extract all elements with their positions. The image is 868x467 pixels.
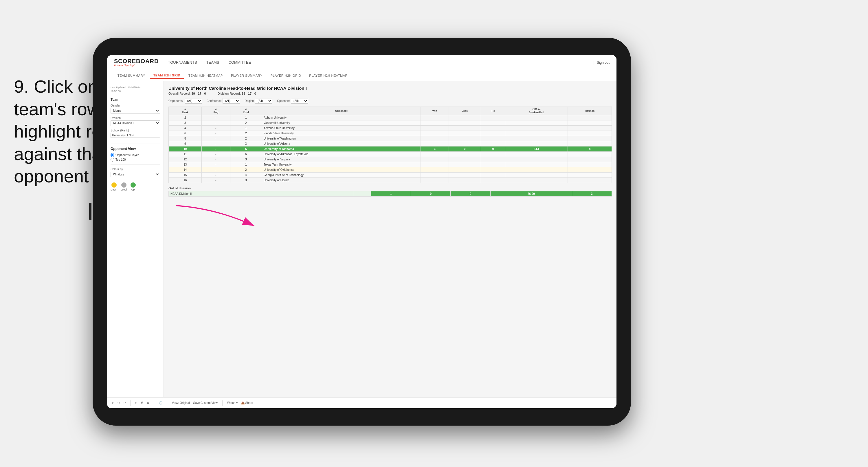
cell-3-8 (567, 131, 612, 136)
cell-4-7 (505, 136, 568, 141)
table-row[interactable]: 2-1Auburn University (169, 115, 612, 120)
cell-10-6 (481, 167, 505, 173)
toolbar-share[interactable]: 📤 Share (241, 401, 253, 405)
sub-nav-player-h2h-grid[interactable]: PLAYER H2H GRID (267, 73, 305, 79)
cell-4-5 (448, 136, 481, 141)
cell-9-7 (505, 162, 568, 167)
cell-3-2: 2 (230, 131, 261, 136)
table-row[interactable]: 12-3University of Virginia (169, 157, 612, 162)
cell-10-4 (421, 167, 448, 173)
cell-6-3: University of Alabama (262, 146, 421, 152)
filter-opponent-select[interactable]: (All) (291, 98, 308, 104)
cell-8-4 (421, 157, 448, 162)
cell-5-4 (421, 141, 448, 146)
sidebar-gender-label: Gender (111, 104, 160, 107)
cell-7-1: - (202, 152, 230, 157)
table-row[interactable]: 3-2Vanderbilt University (169, 120, 612, 126)
cell-6-7: 2.61 (505, 146, 568, 152)
sidebar: Last Updated: 27/03/2024 16:55:38 Team G… (107, 81, 164, 397)
cell-4-2: 2 (230, 136, 261, 141)
radio-top100[interactable]: Top 100 (111, 158, 160, 162)
cell-9-4 (421, 162, 448, 167)
sidebar-division-label: Division (111, 116, 160, 120)
sub-nav-player-summary[interactable]: PLAYER SUMMARY (227, 73, 266, 79)
cell-6-0: 10 (169, 146, 202, 152)
overall-record-label: Overall Record: 89 - 17 - 0 (168, 92, 206, 95)
cell-11-5 (448, 173, 481, 178)
toolbar-view-original[interactable]: View: Original (172, 401, 190, 405)
out-division-row[interactable]: NCAA Division II 1 0 0 26.00 3 (169, 192, 612, 197)
cell-11-0: 15 (169, 173, 202, 178)
sidebar-opponent-view-label: Opponent View (111, 147, 160, 151)
nav-teams[interactable]: TEAMS (206, 59, 219, 66)
table-row[interactable]: 13-1Texas Tech University (169, 162, 612, 167)
toolbar-save-custom[interactable]: Save Custom View (193, 401, 218, 405)
col-tie: Tie (481, 107, 505, 115)
toolbar-clock[interactable]: 🕐 (159, 401, 162, 405)
cell-1-3: Vanderbilt University (262, 120, 421, 126)
toolbar-redo[interactable]: ↪ (118, 401, 120, 405)
cell-11-4 (421, 173, 448, 178)
grid-area: University of North Carolina Head-to-Hea… (164, 81, 617, 397)
radio-opponents-played[interactable]: Opponents Played (111, 153, 160, 157)
sidebar-school-rank-label: School (Rank) (111, 129, 160, 132)
table-row[interactable]: 6-2Florida State University (169, 131, 612, 136)
cell-8-7 (505, 157, 568, 162)
logo-scoreboard: SCOREBOARD (114, 58, 159, 64)
toolbar-watch[interactable]: Watch ▾ (227, 401, 238, 405)
toolbar-sep4 (222, 401, 223, 406)
toolbar-undo[interactable]: ↩ (112, 401, 114, 405)
cell-5-2: 3 (230, 141, 261, 146)
cell-0-1: - (202, 115, 230, 120)
toolbar-paste[interactable]: ⌘ (141, 401, 143, 405)
cell-2-4 (421, 126, 448, 131)
sidebar-colour-by-select[interactable]: Win/loss (111, 172, 160, 177)
grid-records: Overall Record: 89 - 17 - 0 Division Rec… (168, 92, 612, 95)
filter-conference-select[interactable]: (All) (223, 98, 240, 104)
table-row[interactable]: 4-1Arizona State University (169, 126, 612, 131)
toolbar-settings[interactable]: ⚙ (147, 401, 149, 405)
table-row[interactable]: 14-2University of Oklahoma (169, 167, 612, 173)
cell-1-7 (505, 120, 568, 126)
cell-12-2: 3 (230, 178, 261, 183)
grid-title: University of North Carolina Head-to-Hea… (168, 86, 612, 91)
out-div-label: NCAA Division II (169, 192, 354, 197)
sub-nav-player-h2h-heatmap[interactable]: PLAYER H2H HEATMAP (306, 73, 351, 79)
cell-2-6 (481, 126, 505, 131)
table-row[interactable]: 10-5University of Alabama3002.618 (169, 146, 612, 152)
cell-3-6 (481, 131, 505, 136)
sidebar-school-input[interactable] (111, 133, 160, 138)
nav-tournaments[interactable]: TOURNAMENTS (168, 59, 197, 66)
cell-0-0: 2 (169, 115, 202, 120)
sub-nav-team-h2h-grid[interactable]: TEAM H2H GRID (150, 72, 184, 79)
colour-down: Down (111, 182, 117, 191)
cell-7-2: 6 (230, 152, 261, 157)
cell-2-7 (505, 126, 568, 131)
cell-8-8 (567, 157, 612, 162)
filter-opponents-select[interactable]: (All) (185, 98, 202, 104)
toolbar-copy[interactable]: ⎘ (135, 401, 137, 405)
table-row[interactable]: 11-6University of Arkansas, Fayetteville (169, 152, 612, 157)
sidebar-divider-2 (111, 165, 160, 165)
table-row[interactable]: 8-2University of Washington (169, 136, 612, 141)
sub-nav-team-summary[interactable]: TEAM SUMMARY (114, 73, 149, 79)
cell-5-8 (567, 141, 612, 146)
toolbar-undo2[interactable]: ↩ (123, 401, 126, 405)
sidebar-last-updated: Last Updated: 27/03/2024 16:55:38 (111, 86, 160, 93)
sidebar-gender-select[interactable]: Men's (111, 108, 160, 114)
col-reg: #Reg (202, 107, 230, 115)
out-div-tie: 0 (451, 192, 490, 197)
table-row[interactable]: 15-4Georgia Institute of Technology (169, 173, 612, 178)
cell-9-3: Texas Tech University (262, 162, 421, 167)
filter-region-select[interactable]: (All) (255, 98, 272, 104)
table-row[interactable]: 9-3University of Arizona (169, 141, 612, 146)
cell-5-6 (481, 141, 505, 146)
table-row[interactable]: 16-3University of Florida (169, 178, 612, 183)
nav-committee[interactable]: COMMITTEE (228, 59, 251, 66)
cell-0-2: 1 (230, 115, 261, 120)
cell-8-0: 12 (169, 157, 202, 162)
sidebar-division-select[interactable]: NCAA Division I (111, 120, 160, 126)
sign-in-link[interactable]: Sign out (597, 60, 610, 64)
sub-nav-team-h2h-heatmap[interactable]: TEAM H2H HEATMAP (185, 73, 226, 79)
nav-divider: | (593, 60, 594, 65)
